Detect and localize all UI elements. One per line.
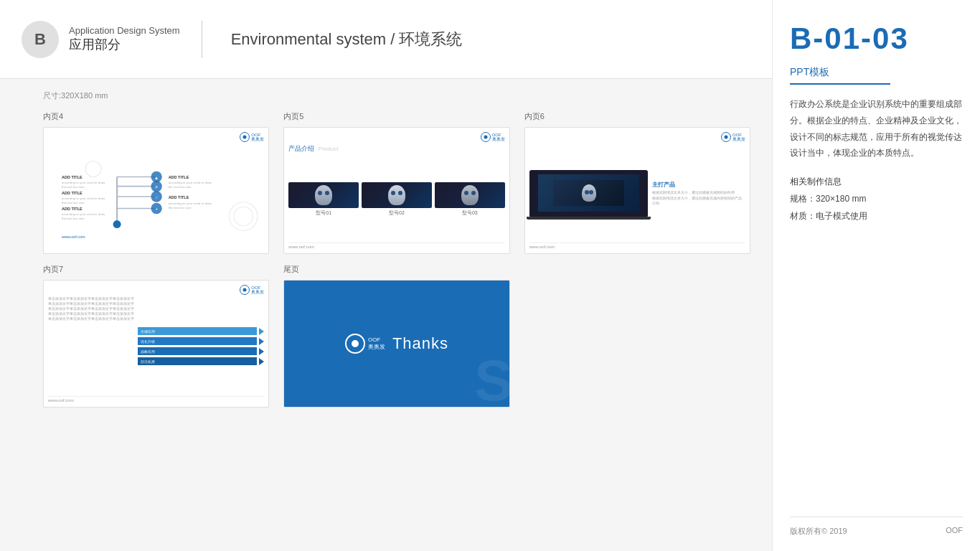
svg-text:according to your need to draw: according to your need to draw	[62, 197, 105, 200]
slides-row1: 内页4 OOF奥奥发	[43, 111, 750, 254]
svg-text:according to your need to draw: according to your need to draw	[62, 181, 105, 184]
slide-section-6: 内页6 OOF奥奥发	[524, 111, 750, 254]
svg-text:▲: ▲	[154, 174, 159, 179]
slide-section-5: 内页5 OOF奥奥发 产品介绍 Product	[283, 111, 509, 254]
header: B Application Design System 应用部分 Environ…	[0, 0, 772, 79]
slide5-title: 产品介绍 Product	[288, 144, 504, 154]
svg-text:ADD TITLE: ADD TITLE	[168, 195, 189, 199]
step-label-2: 优化升级	[141, 339, 155, 344]
logo-text: Application Design System 应用部分	[69, 25, 180, 53]
slide-label-4: 内页4	[43, 111, 269, 122]
slide5-footer: www.oof.com	[288, 242, 504, 249]
sidebar-description: 行政办公系统是企业识别系统中的重要组成部分。根据企业的特点、企业精神及企业文化，…	[790, 96, 963, 161]
slide-label-5: 内页5	[283, 111, 509, 122]
logo-text-cn: 应用部分	[69, 36, 180, 53]
svg-text:the text box size: the text box size	[62, 201, 85, 204]
slide-frame-5[interactable]: OOF奥奥发 产品介绍 Product	[283, 127, 509, 254]
slide7-steps: 关键应用 优化升级	[138, 296, 265, 395]
sidebar-material: 材质：电子模式使用	[790, 207, 963, 225]
thanks-inner: OOF 奥奥发 Thanks	[345, 334, 448, 354]
slide-label-6: 内页6	[524, 111, 750, 122]
sidebar-meta-title: 相关制作信息	[790, 173, 963, 190]
slide7-body-text: 单击添加文字单击添加文字单击添加文字单击添加文字单击添加文字单击添加文字单击添加…	[48, 296, 135, 395]
slides-row2: 内页7 OOF奥奥发 单击添加文字单击添加文字单击添加文字单击添加文字单击添加文…	[43, 264, 750, 407]
product-item-3: 型号03	[435, 182, 505, 217]
sidebar-footer: 版权所有© 2019 OOF	[790, 517, 963, 537]
thanks-bg-letter: S	[474, 348, 509, 407]
svg-text:according to your need to draw: according to your need to draw	[62, 212, 105, 216]
slide-section-empty	[524, 264, 750, 407]
logo-circle: B	[22, 21, 59, 58]
svg-text:≡: ≡	[155, 184, 158, 189]
product-num-1: 型号01	[316, 209, 331, 217]
product-item-2: 型号02	[362, 182, 432, 217]
svg-text:www.oof.com: www.oof.com	[61, 235, 85, 239]
product-item-1: 型号01	[288, 182, 359, 217]
step-label-1: 关键应用	[141, 329, 155, 334]
slide6-desc1: 根据实际情况文本大小，通过此模板完成组织的作用	[652, 190, 745, 195]
thanks-text: Thanks	[392, 334, 448, 353]
slide4-tree: + ○ ≡ ▲ ADD TITLE according to your need…	[48, 143, 264, 249]
slide6-info: 主打产品 根据实际情况文本大小，通过此模板完成组织的作用 根据实际情况文本大小，…	[652, 181, 745, 206]
slide-section-thanks: 尾页 S OOF 奥奥发	[283, 264, 509, 407]
sidebar-spec: 规格：320×180 mm	[790, 190, 963, 207]
sidebar-code: B-01-03	[790, 22, 963, 56]
slide5-products: 型号01 型号02	[288, 156, 504, 242]
svg-text:○: ○	[155, 194, 158, 199]
svg-text:the text box size: the text box size	[168, 185, 191, 189]
sidebar-meta: 相关制作信息 规格：320×180 mm 材质：电子模式使用	[790, 173, 963, 225]
slide7-footer: www.oof.com	[48, 396, 264, 402]
slide-label-7: 内页7	[43, 264, 269, 275]
slide6-product-title: 主打产品	[652, 181, 745, 189]
sidebar: B-01-03 PPT模板 行政办公系统是企业识别系统中的重要组成部分。根据企业…	[772, 0, 980, 551]
slide-frame-7[interactable]: OOF奥奥发 单击添加文字单击添加文字单击添加文字单击添加文字单击添加文字单击添…	[43, 280, 269, 407]
slide4-logo: OOF奥奥发	[240, 132, 264, 142]
slide-frame-6[interactable]: OOF奥奥发	[524, 127, 750, 254]
thanks-logo: OOF 奥奥发	[345, 334, 385, 354]
svg-text:ADD TITLE: ADD TITLE	[62, 206, 83, 210]
slide6-logo: OOF奥奥发	[721, 132, 745, 142]
header-title: Environmental system / 环境系统	[231, 29, 463, 50]
product-num-2: 型号02	[389, 209, 405, 217]
slide-section-4: 内页4 OOF奥奥发	[43, 111, 269, 254]
svg-text:ADD TITLE: ADD TITLE	[62, 190, 83, 194]
step-label-3: 战略应用	[141, 349, 155, 354]
logo-text-en: Application Design System	[69, 25, 180, 36]
thanks-logo-text: OOF 奥奥发	[368, 336, 385, 350]
svg-text:according to your need to draw: according to your need to draw	[168, 202, 212, 205]
size-label: 尺寸:320X180 mm	[43, 90, 750, 101]
step-label-4: 前沿拓展	[141, 359, 155, 364]
slide-frame-thanks[interactable]: S OOF 奥奥发 Thanks	[283, 280, 509, 407]
sidebar-divider	[790, 83, 890, 85]
svg-text:the text box size: the text box size	[62, 185, 85, 189]
slide5-logo: OOF奥奥发	[481, 132, 505, 142]
main-area: B Application Design System 应用部分 Environ…	[0, 0, 772, 551]
slide6-footer: www.oof.com	[529, 242, 745, 249]
footer-brand: OOF	[946, 526, 963, 537]
svg-text:+: +	[155, 206, 158, 211]
slide7-logo: OOF奥奥发	[240, 285, 264, 295]
svg-text:ADD TITLE: ADD TITLE	[62, 174, 83, 179]
sidebar-category: PPT模板	[790, 66, 963, 79]
slide-frame-4[interactable]: OOF奥奥发	[43, 127, 269, 254]
svg-point-31	[234, 207, 253, 225]
svg-point-32	[85, 161, 101, 176]
thanks-logo-icon	[345, 334, 365, 354]
slide-label-thanks: 尾页	[283, 264, 509, 275]
svg-text:the text box size: the text box size	[62, 217, 85, 220]
slide6-desc2: 根据实际情况文本大小，通过此模板完成内容组织的产品介绍	[652, 196, 745, 205]
laptop-visual	[529, 170, 649, 217]
svg-text:according to your need to draw: according to your need to draw	[168, 181, 212, 184]
header-logo: B Application Design System 应用部分	[22, 21, 202, 58]
footer-copyright: 版权所有© 2019	[790, 526, 847, 537]
product-num-3: 型号03	[462, 209, 478, 217]
svg-text:the text box size: the text box size	[168, 205, 191, 209]
content-area: 尺寸:320X180 mm 内页4 OOF奥奥发	[0, 79, 772, 551]
svg-point-5	[113, 220, 121, 228]
slide-section-7: 内页7 OOF奥奥发 单击添加文字单击添加文字单击添加文字单击添加文字单击添加文…	[43, 264, 269, 407]
svg-text:ADD TITLE: ADD TITLE	[168, 174, 189, 179]
svg-point-30	[229, 202, 258, 230]
